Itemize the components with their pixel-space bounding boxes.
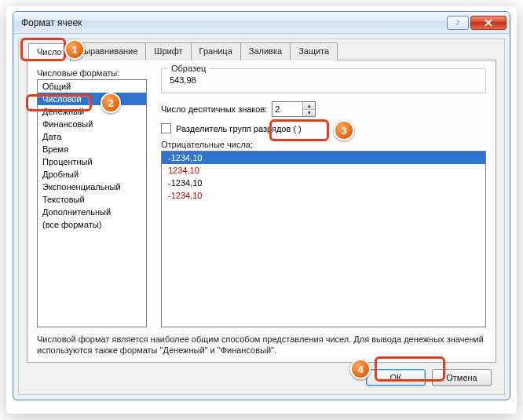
spinner-down[interactable]: ▼ — [303, 110, 315, 117]
thousands-separator-checkbox[interactable] — [161, 123, 171, 133]
list-item[interactable]: Денежный — [38, 105, 146, 118]
dialog-body: ЧислоВыравниваниеШрифтГраницаЗаливкаЗащи… — [18, 38, 505, 395]
tab-panel-number: Числовые форматы: ОбщийЧисловойДенежныйФ… — [27, 60, 496, 363]
list-item[interactable]: Текстовый — [38, 193, 146, 206]
help-icon: ? — [454, 19, 462, 27]
negative-numbers-label: Отрицательные числа: — [161, 140, 486, 149]
negative-numbers-list[interactable]: -1234,101234,10-1234,10-1234,10 — [161, 151, 486, 327]
list-item[interactable]: Дополнительный — [38, 206, 146, 218]
list-item[interactable]: Дробный — [38, 168, 146, 181]
close-icon — [484, 19, 493, 27]
sample-legend: Образец — [168, 64, 209, 73]
list-item[interactable]: Общий — [38, 80, 146, 93]
list-item[interactable]: Финансовый — [38, 118, 146, 130]
list-item[interactable]: -1234,10 — [162, 152, 485, 164]
cancel-button[interactable]: Отмена — [432, 369, 492, 386]
window-title: Формат ячеек — [21, 17, 445, 28]
sample-value: 543,98 — [170, 75, 477, 85]
list-item[interactable]: (все форматы) — [38, 218, 146, 231]
decimal-places-spinner[interactable]: ▲ ▼ — [272, 101, 316, 117]
list-item[interactable]: Дата — [38, 130, 146, 143]
format-description: Числовой формат является наиболее общим … — [37, 334, 486, 356]
tab-4[interactable]: Заливка — [240, 42, 291, 60]
tab-strip: ЧислоВыравниваниеШрифтГраницаЗаливкаЗащи… — [28, 42, 496, 60]
format-cells-dialog: Формат ячеек ? ЧислоВыравниваниеШрифтГра… — [13, 11, 510, 400]
sample-group: Образец 543,98 — [161, 68, 486, 93]
thousands-separator-label: Разделитель групп разрядов ( ) — [176, 124, 302, 133]
decimal-places-input[interactable] — [272, 102, 302, 116]
spinner-up[interactable]: ▲ — [303, 102, 315, 110]
tab-5[interactable]: Защита — [290, 42, 338, 60]
titlebar: Формат ячеек ? — [13, 12, 510, 34]
list-item[interactable]: Числовой — [38, 93, 146, 105]
decimal-places-label: Число десятичных знаков: — [161, 104, 267, 114]
dialog-buttons: ОК Отмена — [27, 363, 496, 388]
list-item[interactable]: -1234,10 — [162, 177, 485, 189]
number-formats-label: Числовые форматы: — [37, 68, 147, 78]
tab-0[interactable]: Число — [28, 43, 71, 61]
help-button[interactable]: ? — [447, 16, 469, 30]
svg-text:?: ? — [456, 19, 459, 27]
tab-2[interactable]: Шрифт — [145, 42, 191, 60]
list-item[interactable]: -1234,10 — [162, 189, 485, 202]
tab-3[interactable]: Граница — [191, 42, 241, 60]
number-formats-list[interactable]: ОбщийЧисловойДенежныйФинансовыйДатаВремя… — [37, 79, 147, 327]
list-item[interactable]: Время — [38, 143, 146, 155]
ok-button[interactable]: ОК — [366, 369, 426, 386]
list-item[interactable]: Экспоненциальный — [38, 181, 146, 193]
list-item[interactable]: Процентный — [38, 155, 146, 168]
close-button[interactable] — [470, 16, 507, 30]
tab-1[interactable]: Выравнивание — [70, 42, 147, 60]
list-item[interactable]: 1234,10 — [162, 164, 485, 177]
